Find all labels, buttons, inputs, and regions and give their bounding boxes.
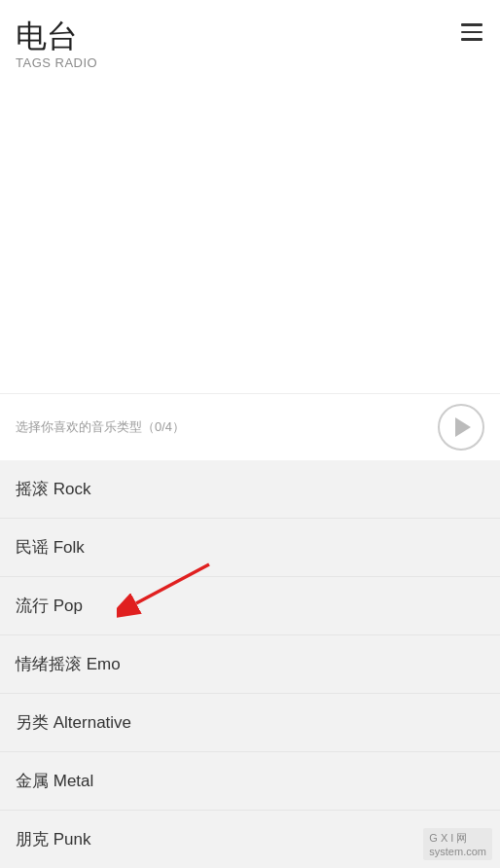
header: 电台 TAGS RADIO [0, 0, 500, 82]
player-bar: 选择你喜欢的音乐类型（0/4） [0, 393, 500, 460]
play-button[interactable] [438, 404, 484, 451]
select-hint: 选择你喜欢的音乐类型（0/4） [16, 418, 185, 436]
music-genre-item[interactable]: 摇滚 Rock [0, 460, 500, 519]
music-genre-item[interactable]: 另类 Alternative [0, 694, 500, 752]
music-genre-label: 另类 Alternative [16, 713, 131, 732]
music-genre-label: 朋克 Punk [16, 830, 90, 849]
music-genre-item[interactable]: 流行 Pop [0, 577, 500, 635]
watermark: G X I 网system.com [423, 828, 492, 860]
menu-icon[interactable] [461, 23, 482, 41]
music-genre-label: 摇滚 Rock [16, 480, 90, 498]
music-genre-item[interactable]: 民谣 Folk [0, 519, 500, 577]
title-chinese: 电台 [16, 19, 484, 54]
music-genre-label: 民谣 Folk [16, 538, 85, 557]
music-genre-label: 情绪摇滚 Emo [16, 655, 121, 673]
title-english: TAGS RADIO [16, 55, 484, 70]
music-genre-label: 金属 Metal [16, 772, 93, 790]
music-list: 摇滚 Rock民谣 Folk流行 Pop情绪摇滚 Emo另类 Alternati… [0, 460, 500, 868]
music-genre-label: 流行 Pop [16, 597, 83, 615]
music-genre-item[interactable]: 金属 Metal [0, 752, 500, 811]
empty-area [0, 82, 500, 393]
music-genre-item[interactable]: 情绪摇滚 Emo [0, 635, 500, 694]
